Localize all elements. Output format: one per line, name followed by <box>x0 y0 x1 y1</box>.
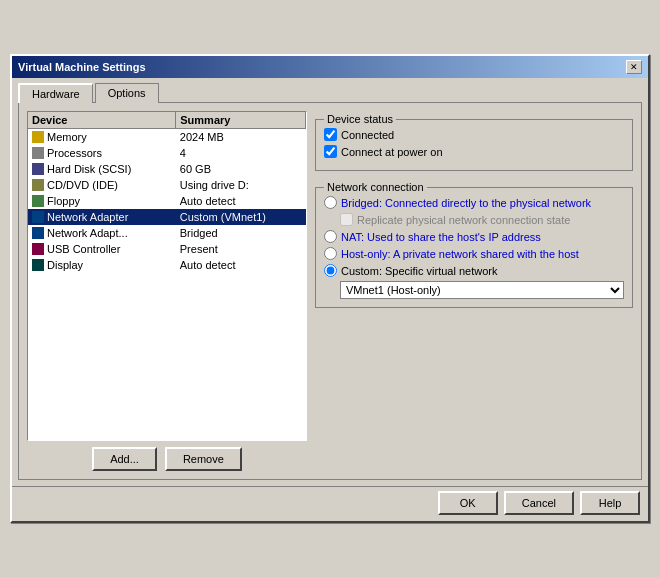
device-cell: CD/DVD (IDE) <box>28 177 176 193</box>
remove-button[interactable]: Remove <box>165 447 242 471</box>
tab-options[interactable]: Options <box>95 83 159 103</box>
radio-nat-row: NAT: Used to share the host's IP address <box>324 230 624 243</box>
radio-hostonly-row: Host-only: A private network shared with… <box>324 247 624 260</box>
table-row[interactable]: Processors4 <box>28 145 306 161</box>
tab-hardware-label: Hardware <box>32 88 80 100</box>
device-cell: USB Controller <box>28 241 176 257</box>
power-on-label: Connect at power on <box>341 146 443 158</box>
radio-bridged-label: Bridged: Connected directly to the physi… <box>341 197 591 209</box>
device-cell: Hard Disk (SCSI) <box>28 161 176 177</box>
network-dropdown[interactable]: VMnet0 (Bridged)VMnet1 (Host-only)VMnet2… <box>340 281 624 299</box>
device-table: Device Summary Memory2024 MBProcessors4H… <box>27 111 307 441</box>
tab-options-label: Options <box>108 87 146 99</box>
table-row[interactable]: Network Adapt...Bridged <box>28 225 306 241</box>
summary-cell: Auto detect <box>176 257 306 273</box>
device-status-group: Device status Connected Connect at power… <box>315 119 633 171</box>
title-bar: Virtual Machine Settings ✕ <box>12 56 648 78</box>
summary-cell: 60 GB <box>176 161 306 177</box>
cancel-button[interactable]: Cancel <box>504 491 574 515</box>
radio-nat[interactable] <box>324 230 337 243</box>
window-title: Virtual Machine Settings <box>18 61 146 73</box>
table-row[interactable]: USB ControllerPresent <box>28 241 306 257</box>
radio-replicate-row: Replicate physical network connection st… <box>324 213 624 226</box>
close-button[interactable]: ✕ <box>626 60 642 74</box>
device-cell: Network Adapter <box>28 209 176 225</box>
add-button[interactable]: Add... <box>92 447 157 471</box>
ok-button[interactable]: OK <box>438 491 498 515</box>
summary-cell: Custom (VMnet1) <box>176 209 306 225</box>
device-cell: Memory <box>28 129 176 146</box>
power-on-row: Connect at power on <box>324 145 624 158</box>
radio-hostonly-label: Host-only: A private network shared with… <box>341 248 579 260</box>
device-status-title: Device status <box>324 113 396 125</box>
device-cell: Processors <box>28 145 176 161</box>
tab-hardware[interactable]: Hardware <box>18 83 93 103</box>
radio-custom[interactable] <box>324 264 337 277</box>
radio-custom-label: Custom: Specific virtual network <box>341 265 498 277</box>
connected-row: Connected <box>324 128 624 141</box>
network-connection-title: Network connection <box>324 181 427 193</box>
left-panel: Device Summary Memory2024 MBProcessors4H… <box>27 111 307 471</box>
network-dropdown-row: VMnet0 (Bridged)VMnet1 (Host-only)VMnet2… <box>324 281 624 299</box>
virtual-machine-settings-window: Virtual Machine Settings ✕ Hardware Opti… <box>10 54 650 523</box>
radio-custom-row: Custom: Specific virtual network <box>324 264 624 277</box>
summary-cell: Bridged <box>176 225 306 241</box>
connected-label: Connected <box>341 129 394 141</box>
summary-cell: Using drive D: <box>176 177 306 193</box>
table-row[interactable]: FloppyAuto detect <box>28 193 306 209</box>
tab-bar: Hardware Options <box>12 78 648 102</box>
col-summary[interactable]: Summary <box>176 112 306 129</box>
device-cell: Network Adapt... <box>28 225 176 241</box>
summary-cell: Auto detect <box>176 193 306 209</box>
summary-cell: 4 <box>176 145 306 161</box>
table-row[interactable]: Network AdapterCustom (VMnet1) <box>28 209 306 225</box>
device-cell: Floppy <box>28 193 176 209</box>
help-button[interactable]: Help <box>580 491 640 515</box>
summary-cell: Present <box>176 241 306 257</box>
table-row[interactable]: Hard Disk (SCSI)60 GB <box>28 161 306 177</box>
col-device[interactable]: Device <box>28 112 176 129</box>
radio-nat-label: NAT: Used to share the host's IP address <box>341 231 541 243</box>
connected-checkbox[interactable] <box>324 128 337 141</box>
radio-hostonly[interactable] <box>324 247 337 260</box>
table-row[interactable]: CD/DVD (IDE)Using drive D: <box>28 177 306 193</box>
right-panel: Device status Connected Connect at power… <box>315 111 633 471</box>
network-connection-group: Network connection Bridged: Connected di… <box>315 187 633 308</box>
content-area: Device Summary Memory2024 MBProcessors4H… <box>18 102 642 480</box>
device-cell: Display <box>28 257 176 273</box>
radio-bridged[interactable] <box>324 196 337 209</box>
add-remove-row: Add... Remove <box>27 447 307 471</box>
checkbox-replicate[interactable] <box>340 213 353 226</box>
radio-bridged-row: Bridged: Connected directly to the physi… <box>324 196 624 209</box>
table-row[interactable]: DisplayAuto detect <box>28 257 306 273</box>
radio-replicate-label: Replicate physical network connection st… <box>357 214 570 226</box>
summary-cell: 2024 MB <box>176 129 306 146</box>
table-row[interactable]: Memory2024 MB <box>28 129 306 146</box>
power-on-checkbox[interactable] <box>324 145 337 158</box>
bottom-bar: OK Cancel Help <box>12 486 648 521</box>
